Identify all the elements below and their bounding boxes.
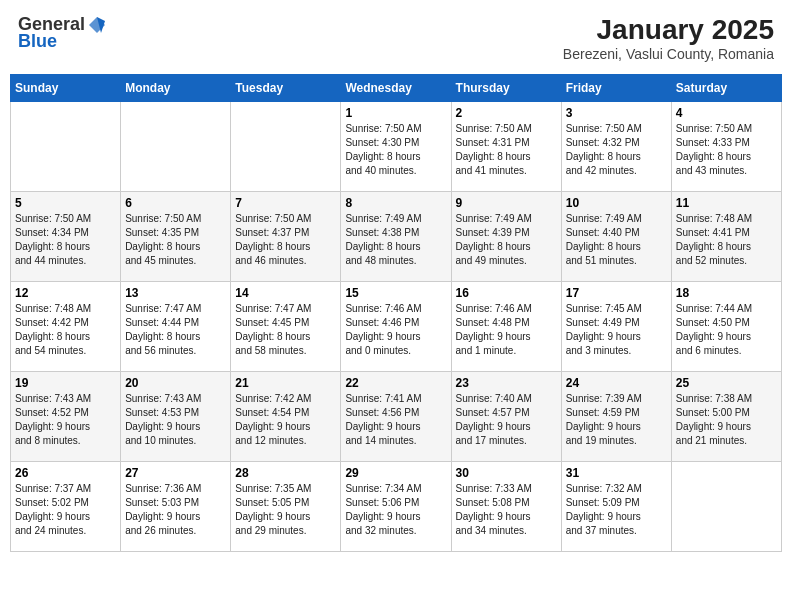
day-info: Sunrise: 7:44 AM Sunset: 4:50 PM Dayligh… <box>676 302 777 358</box>
day-number: 27 <box>125 466 226 480</box>
calendar-cell: 17Sunrise: 7:45 AM Sunset: 4:49 PM Dayli… <box>561 282 671 372</box>
day-number: 11 <box>676 196 777 210</box>
day-number: 16 <box>456 286 557 300</box>
day-of-week-sunday: Sunday <box>11 75 121 102</box>
calendar-cell: 1Sunrise: 7:50 AM Sunset: 4:30 PM Daylig… <box>341 102 451 192</box>
day-info: Sunrise: 7:50 AM Sunset: 4:35 PM Dayligh… <box>125 212 226 268</box>
day-number: 3 <box>566 106 667 120</box>
calendar-week-row: 1Sunrise: 7:50 AM Sunset: 4:30 PM Daylig… <box>11 102 782 192</box>
calendar-cell <box>231 102 341 192</box>
day-info: Sunrise: 7:50 AM Sunset: 4:32 PM Dayligh… <box>566 122 667 178</box>
calendar-cell: 10Sunrise: 7:49 AM Sunset: 4:40 PM Dayli… <box>561 192 671 282</box>
day-number: 7 <box>235 196 336 210</box>
day-info: Sunrise: 7:50 AM Sunset: 4:31 PM Dayligh… <box>456 122 557 178</box>
day-number: 23 <box>456 376 557 390</box>
day-of-week-saturday: Saturday <box>671 75 781 102</box>
day-number: 2 <box>456 106 557 120</box>
calendar-cell: 24Sunrise: 7:39 AM Sunset: 4:59 PM Dayli… <box>561 372 671 462</box>
calendar-cell: 6Sunrise: 7:50 AM Sunset: 4:35 PM Daylig… <box>121 192 231 282</box>
day-number: 30 <box>456 466 557 480</box>
calendar-cell: 20Sunrise: 7:43 AM Sunset: 4:53 PM Dayli… <box>121 372 231 462</box>
calendar-cell: 31Sunrise: 7:32 AM Sunset: 5:09 PM Dayli… <box>561 462 671 552</box>
logo-icon <box>87 15 107 35</box>
day-info: Sunrise: 7:49 AM Sunset: 4:40 PM Dayligh… <box>566 212 667 268</box>
calendar-cell: 9Sunrise: 7:49 AM Sunset: 4:39 PM Daylig… <box>451 192 561 282</box>
day-info: Sunrise: 7:38 AM Sunset: 5:00 PM Dayligh… <box>676 392 777 448</box>
day-number: 31 <box>566 466 667 480</box>
calendar-cell: 21Sunrise: 7:42 AM Sunset: 4:54 PM Dayli… <box>231 372 341 462</box>
day-of-week-wednesday: Wednesday <box>341 75 451 102</box>
calendar-table: SundayMondayTuesdayWednesdayThursdayFrid… <box>10 74 782 552</box>
calendar-cell: 28Sunrise: 7:35 AM Sunset: 5:05 PM Dayli… <box>231 462 341 552</box>
logo: General Blue <box>18 14 107 52</box>
day-number: 10 <box>566 196 667 210</box>
day-info: Sunrise: 7:47 AM Sunset: 4:45 PM Dayligh… <box>235 302 336 358</box>
day-of-week-thursday: Thursday <box>451 75 561 102</box>
day-info: Sunrise: 7:50 AM Sunset: 4:37 PM Dayligh… <box>235 212 336 268</box>
calendar-cell <box>671 462 781 552</box>
day-info: Sunrise: 7:36 AM Sunset: 5:03 PM Dayligh… <box>125 482 226 538</box>
day-number: 26 <box>15 466 116 480</box>
day-number: 20 <box>125 376 226 390</box>
logo-blue: Blue <box>18 31 57 52</box>
calendar-cell: 12Sunrise: 7:48 AM Sunset: 4:42 PM Dayli… <box>11 282 121 372</box>
day-info: Sunrise: 7:49 AM Sunset: 4:38 PM Dayligh… <box>345 212 446 268</box>
day-number: 21 <box>235 376 336 390</box>
day-of-week-tuesday: Tuesday <box>231 75 341 102</box>
day-number: 9 <box>456 196 557 210</box>
title-block: January 2025 Berezeni, Vaslui County, Ro… <box>563 14 774 62</box>
calendar-cell: 2Sunrise: 7:50 AM Sunset: 4:31 PM Daylig… <box>451 102 561 192</box>
calendar-week-row: 5Sunrise: 7:50 AM Sunset: 4:34 PM Daylig… <box>11 192 782 282</box>
day-info: Sunrise: 7:32 AM Sunset: 5:09 PM Dayligh… <box>566 482 667 538</box>
day-info: Sunrise: 7:48 AM Sunset: 4:41 PM Dayligh… <box>676 212 777 268</box>
calendar-cell: 22Sunrise: 7:41 AM Sunset: 4:56 PM Dayli… <box>341 372 451 462</box>
day-info: Sunrise: 7:35 AM Sunset: 5:05 PM Dayligh… <box>235 482 336 538</box>
calendar-cell: 23Sunrise: 7:40 AM Sunset: 4:57 PM Dayli… <box>451 372 561 462</box>
calendar-week-row: 19Sunrise: 7:43 AM Sunset: 4:52 PM Dayli… <box>11 372 782 462</box>
calendar-cell: 16Sunrise: 7:46 AM Sunset: 4:48 PM Dayli… <box>451 282 561 372</box>
page-header: General Blue January 2025 Berezeni, Vasl… <box>10 10 782 66</box>
day-info: Sunrise: 7:33 AM Sunset: 5:08 PM Dayligh… <box>456 482 557 538</box>
page-title: January 2025 <box>563 14 774 46</box>
calendar-cell: 29Sunrise: 7:34 AM Sunset: 5:06 PM Dayli… <box>341 462 451 552</box>
calendar-cell: 3Sunrise: 7:50 AM Sunset: 4:32 PM Daylig… <box>561 102 671 192</box>
day-info: Sunrise: 7:40 AM Sunset: 4:57 PM Dayligh… <box>456 392 557 448</box>
calendar-cell <box>121 102 231 192</box>
day-number: 6 <box>125 196 226 210</box>
day-number: 22 <box>345 376 446 390</box>
day-number: 24 <box>566 376 667 390</box>
calendar-cell: 4Sunrise: 7:50 AM Sunset: 4:33 PM Daylig… <box>671 102 781 192</box>
day-info: Sunrise: 7:50 AM Sunset: 4:30 PM Dayligh… <box>345 122 446 178</box>
day-info: Sunrise: 7:43 AM Sunset: 4:53 PM Dayligh… <box>125 392 226 448</box>
day-info: Sunrise: 7:43 AM Sunset: 4:52 PM Dayligh… <box>15 392 116 448</box>
day-of-week-monday: Monday <box>121 75 231 102</box>
day-number: 19 <box>15 376 116 390</box>
day-info: Sunrise: 7:42 AM Sunset: 4:54 PM Dayligh… <box>235 392 336 448</box>
day-info: Sunrise: 7:46 AM Sunset: 4:48 PM Dayligh… <box>456 302 557 358</box>
day-info: Sunrise: 7:49 AM Sunset: 4:39 PM Dayligh… <box>456 212 557 268</box>
day-number: 14 <box>235 286 336 300</box>
day-number: 28 <box>235 466 336 480</box>
day-number: 12 <box>15 286 116 300</box>
calendar-cell: 13Sunrise: 7:47 AM Sunset: 4:44 PM Dayli… <box>121 282 231 372</box>
calendar-header-row: SundayMondayTuesdayWednesdayThursdayFrid… <box>11 75 782 102</box>
day-info: Sunrise: 7:50 AM Sunset: 4:34 PM Dayligh… <box>15 212 116 268</box>
day-info: Sunrise: 7:39 AM Sunset: 4:59 PM Dayligh… <box>566 392 667 448</box>
calendar-cell: 19Sunrise: 7:43 AM Sunset: 4:52 PM Dayli… <box>11 372 121 462</box>
day-info: Sunrise: 7:48 AM Sunset: 4:42 PM Dayligh… <box>15 302 116 358</box>
day-info: Sunrise: 7:41 AM Sunset: 4:56 PM Dayligh… <box>345 392 446 448</box>
calendar-cell: 11Sunrise: 7:48 AM Sunset: 4:41 PM Dayli… <box>671 192 781 282</box>
day-number: 17 <box>566 286 667 300</box>
day-number: 4 <box>676 106 777 120</box>
calendar-cell: 14Sunrise: 7:47 AM Sunset: 4:45 PM Dayli… <box>231 282 341 372</box>
day-number: 1 <box>345 106 446 120</box>
calendar-cell: 8Sunrise: 7:49 AM Sunset: 4:38 PM Daylig… <box>341 192 451 282</box>
day-number: 13 <box>125 286 226 300</box>
calendar-cell: 25Sunrise: 7:38 AM Sunset: 5:00 PM Dayli… <box>671 372 781 462</box>
calendar-cell: 27Sunrise: 7:36 AM Sunset: 5:03 PM Dayli… <box>121 462 231 552</box>
day-number: 29 <box>345 466 446 480</box>
day-info: Sunrise: 7:37 AM Sunset: 5:02 PM Dayligh… <box>15 482 116 538</box>
day-of-week-friday: Friday <box>561 75 671 102</box>
day-info: Sunrise: 7:46 AM Sunset: 4:46 PM Dayligh… <box>345 302 446 358</box>
day-number: 5 <box>15 196 116 210</box>
